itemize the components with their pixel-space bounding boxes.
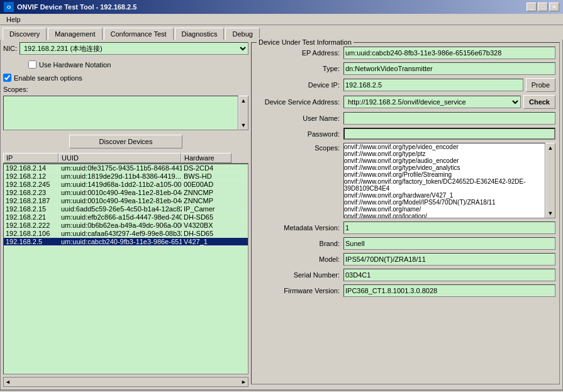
tab-management[interactable]: Management <box>48 28 102 40</box>
cell-ip: 192.168.2.187 <box>4 197 59 204</box>
title-bar: O ONVIF Device Test Tool - 192.168.2.5 _… <box>0 0 563 14</box>
search-options-row: Enable search options <box>3 74 248 82</box>
cell-hw: DH-SD65 <box>182 213 232 221</box>
list-item[interactable]: 192.168.2.245 um:uuid:1419d68a-1dd2-11b2… <box>4 181 248 189</box>
dut-group-label: Device Under Test Information <box>257 38 354 46</box>
cell-uuid: uuid:6add5c59-26e5-4c50-b1a4-12ac829... <box>59 205 182 213</box>
cell-ip: 192.168.2.15 <box>4 205 59 213</box>
nic-row: NIC: 192.168.2.231 (本地连接) <box>3 42 248 55</box>
horizontal-scrollbar[interactable]: ◄ ► <box>3 377 248 387</box>
cell-uuid: um:uuid:0010c490-49ea-11e2-81eb-04d4... <box>59 189 182 196</box>
service-address-label: Device Service Address: <box>255 98 343 106</box>
list-item[interactable]: 192.168.2.23 um:uuid:0010c490-49ea-11e2-… <box>4 189 248 197</box>
serial-number-input[interactable] <box>343 269 555 281</box>
scopes-right-scrollbar[interactable]: ▲ ▼ <box>545 143 555 218</box>
cell-hw: DH-SD65 <box>182 230 232 237</box>
close-button[interactable]: ✕ <box>549 3 559 11</box>
tab-debug[interactable]: Debug <box>225 28 259 40</box>
maximize-button[interactable]: □ <box>538 3 548 11</box>
list-header: IP UUID Hardware <box>3 153 248 164</box>
cell-ip: 192.168.2.245 <box>4 181 59 188</box>
username-row: User Name: <box>255 112 555 125</box>
model-input[interactable] <box>343 253 555 266</box>
cell-ip: 192.168.2.21 <box>4 213 59 221</box>
password-row: Password: <box>255 128 555 140</box>
type-input[interactable] <box>343 62 555 75</box>
ep-address-input[interactable] <box>343 47 555 59</box>
cell-ip: 192.168.2.222 <box>4 221 59 229</box>
model-label: Model: <box>255 255 343 263</box>
username-input[interactable] <box>343 112 555 125</box>
list-item[interactable]: 192.168.2.187 um:uuid:0010c490-49ea-11e2… <box>4 197 248 205</box>
scopes-text: Scopes: <box>3 86 28 93</box>
title-controls: _ □ ✕ <box>527 3 559 11</box>
cell-hw: ZNNCMP <box>182 197 232 204</box>
scopes-label: Scopes: <box>3 86 248 93</box>
cell-uuid: um:uuid:cabcb240-9fb3-11e3-986e-6515... <box>59 238 182 245</box>
service-address-row: Device Service Address: http://192.168.2… <box>255 95 555 109</box>
firmware-version-input[interactable] <box>343 284 555 297</box>
scopes-right-label: Scopes: <box>255 144 343 152</box>
col-ip: IP <box>3 153 59 163</box>
menu-help[interactable]: Help <box>3 15 25 24</box>
dut-group: Device Under Test Information EP Address… <box>251 42 560 384</box>
menu-bar: Help <box>0 14 563 25</box>
cell-hw: ZNNCMP <box>182 189 232 196</box>
device-ip-input[interactable] <box>343 79 523 91</box>
service-address-select[interactable]: http://192.168.2.5/onvif/device_service <box>343 96 521 108</box>
metadata-version-label: Metadata Version: <box>255 224 343 232</box>
ep-address-label: EP Address: <box>255 49 343 57</box>
cell-hw: V4320BX <box>182 221 232 229</box>
list-item[interactable]: 192.168.2.15 uuid:6add5c59-26e5-4c50-b1a… <box>4 205 248 213</box>
device-list-container: IP UUID Hardware 192.168.2.14 um:uuid:0f… <box>3 153 248 374</box>
list-item[interactable]: 192.168.2.5 um:uuid:cabcb240-9fb3-11e3-9… <box>4 238 248 246</box>
probe-button[interactable]: Probe <box>526 78 555 92</box>
cell-ip: 192.168.2.23 <box>4 189 59 196</box>
device-listbox[interactable]: 192.168.2.14 um:uuid:0fe3175c-9435-11b5-… <box>3 164 248 374</box>
title-bar-title: O ONVIF Device Test Tool - 192.168.2.5 <box>4 2 137 12</box>
scopes-scrollbar[interactable]: ▲ ▼ <box>238 96 248 130</box>
nic-select[interactable]: 192.168.2.231 (本地连接) <box>20 42 248 55</box>
cell-uuid: um:uuid:0fe3175c-9435-11b5-8468-4419... <box>59 164 182 172</box>
title-text: ONVIF Device Test Tool - 192.168.2.5 <box>17 3 137 11</box>
cell-ip: 192.168.2.106 <box>4 230 59 237</box>
type-row: Type: <box>255 62 555 75</box>
list-item[interactable]: 192.168.2.12 um:uuid:1819de29d-11b4-8386… <box>4 172 248 181</box>
cell-uuid: um:uuid:0010c490-49ea-11e2-81eb-04d4... <box>59 197 182 204</box>
minimize-button[interactable]: _ <box>527 3 537 11</box>
discover-button[interactable]: Discover Devices <box>69 135 182 148</box>
scopes-textarea <box>343 143 545 218</box>
list-item[interactable]: 192.168.2.106 um:uuid:cafaa643f297-4ef9-… <box>4 230 248 238</box>
username-label: User Name: <box>255 115 343 122</box>
ep-address-row: EP Address: <box>255 47 555 59</box>
list-item[interactable]: 192.168.2.14 um:uuid:0fe3175c-9435-11b5-… <box>4 164 248 172</box>
cell-uuid: um:uuid:1419d68a-1dd2-11b2-a105-000... <box>59 181 182 188</box>
brand-label: Brand: <box>255 240 343 247</box>
password-label: Password: <box>255 130 343 138</box>
cell-hw: IP_Camer <box>182 205 232 213</box>
cell-uuid: um:uuid:cafaa643f297-4ef9-99e8-08b32... <box>59 230 182 237</box>
list-item[interactable]: 192.168.2.222 um:uuid:0b6b62ea-b49a-49dc… <box>4 221 248 230</box>
check-button[interactable]: Check <box>523 95 555 109</box>
cell-hw: 00E00AD <box>182 181 232 188</box>
search-options-checkbox[interactable] <box>3 74 11 82</box>
main-content: NIC: 192.168.2.231 (本地连接) Use Hardware N… <box>0 40 563 390</box>
cell-hw: V427_1 <box>182 238 232 245</box>
col-uuid: UUID <box>59 153 181 163</box>
metadata-version-input[interactable] <box>343 221 555 234</box>
cell-uuid: um:uuid:efb2c866-a15d-4447-98ed-240e... <box>59 213 182 221</box>
scopes-listbox[interactable] <box>3 96 238 130</box>
left-panel: NIC: 192.168.2.231 (本地连接) Use Hardware N… <box>3 42 248 387</box>
tab-conformance[interactable]: Conformance Test <box>104 28 174 40</box>
tab-diagnostics[interactable]: Diagnostics <box>175 28 225 40</box>
right-panel: Device Under Test Information EP Address… <box>251 42 560 387</box>
password-input[interactable] <box>343 128 555 140</box>
tab-discovery[interactable]: Discovery <box>3 28 47 40</box>
brand-row: Brand: <box>255 237 555 250</box>
hardware-notation-checkbox[interactable] <box>28 60 36 69</box>
cell-uuid: um:uuid:1819de29d-11b4-8386-4419... <box>59 172 182 180</box>
brand-input[interactable] <box>343 237 555 250</box>
cell-ip: 192.168.2.5 <box>4 238 59 245</box>
serial-number-label: Serial Number: <box>255 271 343 279</box>
list-item[interactable]: 192.168.2.21 um:uuid:efb2c866-a15d-4447-… <box>4 213 248 221</box>
